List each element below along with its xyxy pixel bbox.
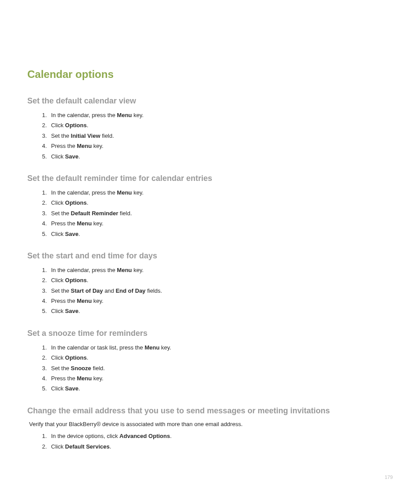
step-item: In the calendar or task list, press the … xyxy=(48,342,393,353)
step-text: Press the xyxy=(51,375,77,382)
step-text: Click xyxy=(51,122,65,129)
step-text: Set the xyxy=(51,132,71,139)
step-bold-text: Advanced Options xyxy=(119,433,170,439)
step-text: Click xyxy=(51,231,65,237)
step-item: Click Save. xyxy=(48,229,393,239)
step-text: In the device options, click xyxy=(51,433,119,439)
page-number: 179 xyxy=(385,475,393,480)
step-bold-text: Menu xyxy=(77,375,92,382)
step-text: Click xyxy=(51,277,65,283)
step-text: Set the xyxy=(51,210,71,217)
step-item: Click Save. xyxy=(48,151,393,162)
section-title: Set the default reminder time for calend… xyxy=(27,174,393,183)
section-title: Set a snooze time for reminders xyxy=(27,329,393,338)
step-bold-text: Save xyxy=(65,308,78,314)
step-item: In the calendar, press the Menu key. xyxy=(48,110,393,120)
step-item: Set the Default Reminder field. xyxy=(48,208,393,218)
step-text: . xyxy=(87,354,88,361)
step-item: Press the Menu key. xyxy=(48,296,393,306)
step-bold-text: End of Day xyxy=(116,287,146,294)
section-intro: Verify that your BlackBerry® device is a… xyxy=(29,420,393,429)
step-text: In the calendar, press the xyxy=(51,112,117,118)
step-text: . xyxy=(87,199,88,206)
step-text: fields. xyxy=(146,287,162,294)
step-bold-text: Options xyxy=(65,199,87,206)
step-text: Press the xyxy=(51,143,77,149)
section: Change the email address that you use to… xyxy=(27,406,393,452)
step-text: key. xyxy=(159,344,171,351)
step-text: . xyxy=(87,277,88,283)
section: Set a snooze time for remindersIn the ca… xyxy=(27,329,393,394)
step-text: key. xyxy=(132,189,144,196)
step-bold-text: Initial View xyxy=(71,132,100,139)
step-bold-text: Menu xyxy=(117,267,132,273)
step-item: Click Save. xyxy=(48,383,393,394)
step-text: field. xyxy=(118,210,132,217)
step-item: Set the Initial View field. xyxy=(48,131,393,141)
step-text: . xyxy=(78,153,80,160)
step-text: Click xyxy=(51,153,65,160)
step-text: Click xyxy=(51,385,65,392)
step-text: . xyxy=(170,433,172,439)
step-text: key. xyxy=(132,267,144,273)
step-text: In the calendar, press the xyxy=(51,267,117,273)
step-text: key. xyxy=(92,298,103,304)
steps-list: In the calendar or task list, press the … xyxy=(48,342,393,394)
section: Set the default calendar viewIn the cale… xyxy=(27,96,393,162)
step-text: Set the xyxy=(51,365,71,372)
step-item: In the device options, click Advanced Op… xyxy=(48,431,393,441)
step-item: In the calendar, press the Menu key. xyxy=(48,265,393,275)
step-item: Click Save. xyxy=(48,306,393,316)
step-text: . xyxy=(78,308,80,314)
step-item: Set the Snooze field. xyxy=(48,363,393,373)
step-text: In the calendar or task list, press the xyxy=(51,344,144,351)
step-bold-text: Default Services xyxy=(65,443,110,450)
step-item: Press the Menu key. xyxy=(48,218,393,228)
step-bold-text: Options xyxy=(65,354,87,361)
step-text: Set the xyxy=(51,287,71,294)
step-bold-text: Snooze xyxy=(71,365,91,372)
step-text: Click xyxy=(51,199,65,206)
sections-container: Set the default calendar viewIn the cale… xyxy=(27,96,393,452)
step-text: Click xyxy=(51,354,65,361)
section-title: Change the email address that you use to… xyxy=(27,406,393,416)
step-item: Click Options. xyxy=(48,120,393,130)
step-text: . xyxy=(78,231,80,237)
page-title: Calendar options xyxy=(27,68,393,81)
section-title: Set the start and end time for days xyxy=(27,251,393,261)
step-item: Press the Menu key. xyxy=(48,141,393,151)
step-text: key. xyxy=(92,375,103,382)
step-text: . xyxy=(78,385,80,392)
step-bold-text: Save xyxy=(65,153,78,160)
step-text: In the calendar, press the xyxy=(51,189,117,196)
step-text: Click xyxy=(51,443,65,450)
step-bold-text: Menu xyxy=(117,112,132,118)
step-bold-text: Save xyxy=(65,385,78,392)
step-item: Click Options. xyxy=(48,198,393,208)
step-text: field. xyxy=(91,365,105,372)
steps-list: In the calendar, press the Menu key.Clic… xyxy=(48,265,393,316)
step-bold-text: Save xyxy=(65,231,78,237)
step-item: Click Default Services. xyxy=(48,441,393,452)
step-text: key. xyxy=(92,143,103,149)
step-bold-text: Menu xyxy=(144,344,159,351)
step-bold-text: Menu xyxy=(117,189,132,196)
step-bold-text: Menu xyxy=(77,143,92,149)
step-bold-text: Menu xyxy=(77,298,92,304)
step-text: Press the xyxy=(51,220,77,227)
step-text: . xyxy=(87,122,88,129)
step-text: key. xyxy=(132,112,144,118)
section: Set the start and end time for daysIn th… xyxy=(27,251,393,316)
step-text: field. xyxy=(100,132,114,139)
step-text: . xyxy=(110,443,111,450)
steps-list: In the calendar, press the Menu key.Clic… xyxy=(48,188,393,239)
step-bold-text: Options xyxy=(65,122,87,129)
step-bold-text: Menu xyxy=(77,220,92,227)
step-text: key. xyxy=(92,220,103,227)
steps-list: In the calendar, press the Menu key.Clic… xyxy=(48,110,393,162)
step-text: Click xyxy=(51,308,65,314)
step-bold-text: Start of Day xyxy=(71,287,103,294)
step-bold-text: Default Reminder xyxy=(71,210,118,217)
step-text: and xyxy=(103,287,116,294)
step-item: Press the Menu key. xyxy=(48,373,393,383)
